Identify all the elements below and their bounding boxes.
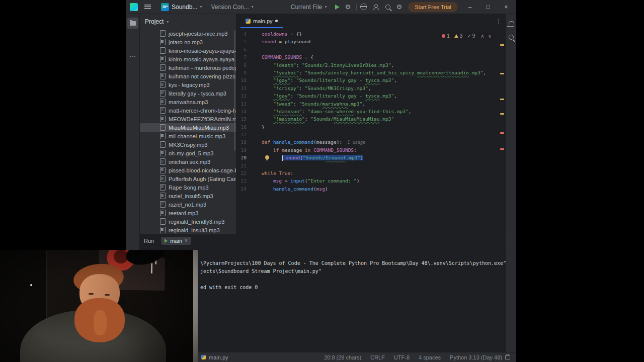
line-number[interactable]: 4	[236, 30, 262, 38]
line-number[interactable]: 16	[236, 123, 262, 131]
code-line[interactable]: 11 "!crispy": "Sounds/MK3Crispy.mp3",	[236, 84, 506, 92]
project-file[interactable]: kiniro-mosaic-ayaya-ayaya-aya	[140, 46, 236, 55]
line-number[interactable]: 12	[236, 92, 262, 100]
line-number[interactable]: 19	[236, 146, 262, 154]
errors-indicator[interactable]: 1	[442, 33, 450, 39]
code-line[interactable]: 12 "!gay": "Sounds/literally gay - tysca…	[236, 92, 506, 100]
line-number[interactable]: 9	[236, 69, 262, 76]
code-pane[interactable]: 1 3 ✓ 9 ∧ ∨	[236, 28, 506, 234]
typos-indicator[interactable]: ✓ 9	[467, 33, 475, 39]
run-button[interactable]	[335, 5, 340, 10]
project-file[interactable]: matt-mercer-chrom-being-he	[140, 106, 236, 115]
prev-problem-icon[interactable]: ∧	[480, 33, 484, 39]
code-line[interactable]: 23 msg = input("Enter command: ")	[236, 177, 506, 185]
main-menu-icon[interactable]	[144, 5, 151, 9]
project-panel-header[interactable]: Project ▾	[140, 14, 236, 29]
code-line[interactable]: 9 "!yeaboi": "Sounds/ainsley_harriott_an…	[236, 69, 506, 76]
run-config-widget[interactable]: Current File ▾	[287, 2, 331, 12]
tab-main-py[interactable]: main.py	[240, 14, 283, 28]
minimize-button[interactable]: –	[464, 4, 476, 11]
code-line[interactable]: 17	[236, 131, 506, 138]
more-actions-icon[interactable]: ⋮	[354, 4, 360, 11]
status-item[interactable]: CRLF	[370, 354, 385, 360]
close-tab-icon[interactable]: ×	[185, 238, 188, 243]
project-tool-button[interactable]	[127, 18, 138, 29]
line-number[interactable]: 11	[236, 84, 262, 92]
line-number[interactable]: 7	[236, 53, 262, 61]
code-line[interactable]: 14 "!damnson": "damn-son-whered-you-find…	[236, 108, 506, 115]
code-line[interactable]: 15 "!maiomaio": "Sounds/MiauMiauMiauMiau…	[236, 115, 506, 123]
code-with-me-icon[interactable]	[373, 4, 379, 10]
tab-options-icon[interactable]: ⋮	[496, 18, 502, 25]
project-scrollbar[interactable]	[234, 30, 235, 151]
code-line[interactable]: 19 if message in COMMAND_SOUNDS:	[236, 146, 506, 154]
warnings-indicator[interactable]: 3	[454, 33, 463, 39]
find-tool-icon[interactable]	[509, 35, 514, 40]
maximize-button[interactable]: □	[482, 4, 494, 11]
code-line[interactable]: 6	[236, 46, 506, 53]
code-line[interactable]: 22while True:	[236, 169, 506, 177]
project-file[interactable]: Pufferfish Augh (Eating Carrot	[140, 174, 236, 183]
run-tab-main[interactable]: main ×	[161, 237, 191, 245]
project-file[interactable]: Rape Song.mp3	[140, 183, 236, 192]
structure-tool-button[interactable]	[127, 34, 138, 45]
code-line[interactable]: 16}	[236, 123, 506, 131]
project-file[interactable]: MiauMiauMiauMiau.mp3	[140, 123, 236, 132]
project-file[interactable]: reetard.mp3	[140, 209, 236, 217]
line-number[interactable]: 8	[236, 61, 262, 69]
project-file[interactable]: MK3Crispy.mp3	[140, 140, 236, 149]
stripe-mark[interactable]	[500, 113, 504, 115]
status-item[interactable]: 20:8 (28 chars)	[324, 354, 361, 360]
project-file[interactable]: mii-channel-music.mp3	[140, 132, 236, 140]
line-number[interactable]: 17	[236, 131, 262, 138]
project-file[interactable]: reginald_friendly3.mp3	[140, 217, 236, 226]
vcs-widget[interactable]: Version Con... ▾	[207, 2, 257, 12]
globe-icon[interactable]	[360, 4, 367, 10]
project-file[interactable]: pissed-blood-nicolas-cage-be	[140, 166, 236, 174]
line-number[interactable]: 24	[236, 185, 262, 193]
line-number[interactable]: 18	[236, 138, 262, 146]
more-tools-button[interactable]: ⋯	[127, 51, 138, 62]
project-file[interactable]: onichan sex.mp3	[140, 157, 236, 166]
line-number[interactable]: 6	[236, 46, 262, 53]
code-line[interactable]: 21	[236, 162, 506, 169]
notifications-bell-icon[interactable]	[509, 21, 514, 26]
project-file[interactable]: literally gay - tysca.mp3	[140, 89, 236, 98]
code-line[interactable]: 7COMMAND_SOUNDS = {	[236, 53, 506, 61]
settings-gear-icon[interactable]: ⚙	[396, 4, 403, 10]
line-number[interactable]: 23	[236, 177, 262, 185]
stripe-mark[interactable]	[500, 148, 504, 150]
next-problem-icon[interactable]: ∨	[488, 33, 492, 39]
line-number[interactable]: 22	[236, 169, 262, 177]
line-number[interactable]: 10	[236, 76, 262, 84]
status-item[interactable]: UTF-8	[394, 354, 410, 360]
close-button[interactable]: ×	[500, 4, 512, 11]
code-line[interactable]: 20 sound("Sounds/Eruwoof.mp3")	[236, 154, 506, 161]
status-item[interactable]: 4 spaces	[419, 354, 441, 360]
stripe-mark[interactable]	[500, 44, 504, 46]
code-line[interactable]: 18def handle_command(message): 1 usage	[236, 138, 506, 146]
project-file[interactable]: jotaro-no.mp3	[140, 38, 236, 46]
project-file[interactable]: raziel_no1.mp3	[140, 200, 236, 209]
inspection-widget[interactable]: 1 3 ✓ 9 ∧ ∨	[440, 32, 494, 40]
line-number[interactable]: 15	[236, 115, 262, 123]
stripe-mark[interactable]	[500, 99, 504, 100]
line-number[interactable]: 14	[236, 108, 262, 115]
project-file[interactable]: raziel_insult5.mp3	[140, 192, 236, 200]
project-file[interactable]: kuihman not covering pizza cl	[140, 72, 236, 80]
run-options-icon[interactable]: ⚙	[345, 4, 351, 10]
project-file[interactable]: joseph-joestar-nice.mp3	[140, 29, 236, 38]
line-number[interactable]: 20	[236, 154, 262, 161]
project-file[interactable]: oh-my-god_5.mp3	[140, 149, 236, 157]
stripe-mark[interactable]	[500, 73, 504, 74]
stripe-mark[interactable]	[500, 132, 504, 134]
project-widget[interactable]: SP Soundb... ▾	[157, 2, 205, 13]
code-line[interactable]: 10 "!gay": "Sounds/literally gay - tysca…	[236, 76, 506, 84]
project-file[interactable]: kys - legacy.mp3	[140, 80, 236, 89]
start-free-trial-button[interactable]: Start Free Trial	[408, 2, 458, 12]
line-number[interactable]: 13	[236, 100, 262, 108]
code-line[interactable]: 8 "!death": "Sounds/2.1tonyLivesOrDies.m…	[236, 61, 506, 69]
project-file[interactable]: kuihman - murderous pedoph	[140, 63, 236, 72]
line-number[interactable]: 5	[236, 38, 262, 45]
code-line[interactable]: 13 "!weed": "Sounds/mariwahna.mp3",	[236, 100, 506, 108]
